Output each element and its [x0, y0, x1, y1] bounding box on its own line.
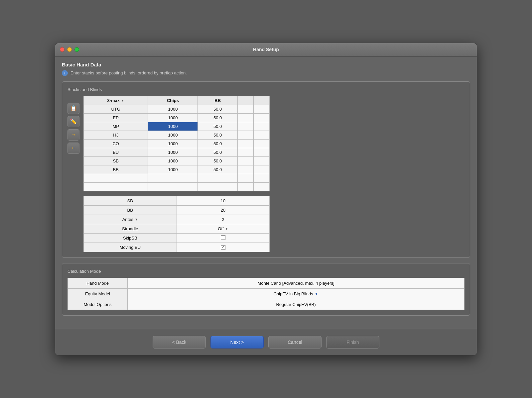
blinds-movingbu-value[interactable]: [177, 243, 270, 252]
col-header-chips: Chips: [148, 96, 198, 105]
section-title: Basic Hand Data: [62, 62, 470, 67]
blinds-skipsb-value[interactable]: [177, 233, 270, 243]
blinds-straddle-value[interactable]: Off ▼: [177, 224, 270, 233]
table-type-dropdown-arrow[interactable]: ▼: [121, 99, 124, 102]
finish-button[interactable]: Finish: [326, 336, 379, 348]
chips-sb[interactable]: 1000: [148, 156, 198, 165]
extra1-utg: [237, 105, 253, 113]
chips-co[interactable]: 1000: [148, 139, 198, 148]
edit-icon: ✏️: [70, 118, 77, 125]
empty-row2-chips: [148, 182, 198, 191]
chips-ep[interactable]: 1000: [148, 113, 198, 122]
extra1-co: [237, 139, 253, 148]
right-arrow-button[interactable]: →: [67, 129, 79, 141]
calc-equitymodel-value[interactable]: ChipEV in Big Blinds ▼: [128, 288, 465, 299]
chips-mp[interactable]: 1000: [148, 122, 198, 131]
blinds-row-straddle: Straddle Off ▼: [84, 224, 270, 233]
calc-handmode-label: Hand Mode: [68, 278, 128, 288]
position-co: CO: [84, 139, 148, 148]
extra1-hj: [237, 131, 253, 139]
extra2-utg: [253, 105, 269, 113]
extra2-ep: [253, 113, 269, 122]
movingbu-checkbox[interactable]: [221, 245, 225, 250]
bb-mp: 50.0: [198, 122, 238, 131]
calc-handmode-value: Monte Carlo [Advanced, max. 4 players]: [128, 278, 465, 288]
bb-sb: 50.0: [198, 156, 238, 165]
blinds-antes-label: Antes ▼: [84, 215, 177, 224]
back-button[interactable]: < Back: [153, 336, 206, 348]
antes-dropdown-arrow[interactable]: ▼: [135, 218, 138, 221]
stacks-section: Stacks and Blinds 📋 ✏️ → ←: [62, 81, 470, 258]
next-button[interactable]: Next >: [210, 336, 264, 348]
extra2-hj: [253, 131, 269, 139]
close-button[interactable]: [60, 47, 65, 52]
position-hj: HJ: [84, 131, 148, 139]
empty-row1-bb: [198, 174, 238, 182]
table-row: BB 1000 50.0: [84, 165, 270, 174]
extra2-co: [253, 139, 269, 148]
blinds-table: SB 10 BB 20 Antes: [83, 196, 270, 252]
blinds-sb-value[interactable]: 10: [177, 196, 270, 205]
right-arrow-icon: →: [70, 131, 76, 138]
table-row: UTG 1000 50.0: [84, 105, 270, 113]
info-text: Enter stacks before posting blinds, orde…: [70, 70, 187, 75]
info-row: i Enter stacks before posting blinds, or…: [62, 70, 470, 76]
calc-modeloptions-value: Regular ChipEV(BB): [128, 299, 465, 310]
bb-utg: 50.0: [198, 105, 238, 113]
equity-model-dropdown-arrow[interactable]: ▼: [315, 291, 319, 296]
blinds-antes-value[interactable]: 2: [177, 215, 270, 224]
blinds-row-sb: SB 10: [84, 196, 270, 205]
cancel-label: Cancel: [288, 340, 302, 345]
table-row: HJ 1000 50.0: [84, 131, 270, 139]
empty-row1-chips: [148, 174, 198, 182]
blinds-row-bb: BB 20: [84, 205, 270, 215]
cancel-button[interactable]: Cancel: [268, 336, 322, 348]
col-header-bb: BB: [198, 96, 238, 105]
calc-equitymodel-label: Equity Model: [68, 288, 128, 299]
extra2-sb: [253, 156, 269, 165]
blinds-bb-label: BB: [84, 205, 177, 215]
extra2-bb: [253, 165, 269, 174]
window-title: Hand Setup: [253, 47, 279, 52]
straddle-dropdown-arrow[interactable]: ▼: [225, 227, 228, 231]
chips-bu[interactable]: 1000: [148, 148, 198, 156]
content-area: Basic Hand Data i Enter stacks before po…: [55, 56, 477, 322]
col-header-extra1: [237, 96, 253, 105]
stacks-table: 8-max ▼ Chips BB: [83, 96, 270, 191]
blinds-bb-value[interactable]: 20: [177, 205, 270, 215]
maximize-button[interactable]: [74, 47, 79, 52]
empty-row2-e2: [253, 182, 269, 191]
col-header-position[interactable]: 8-max ▼: [84, 96, 148, 105]
copy-button[interactable]: 📋: [67, 103, 79, 114]
chips-bb[interactable]: 1000: [148, 165, 198, 174]
table-row: CO 1000 50.0: [84, 139, 270, 148]
toolbar-buttons: 📋 ✏️ → ←: [67, 103, 79, 154]
calc-modeloptions-label: Model Options: [68, 299, 128, 310]
bb-co: 50.0: [198, 139, 238, 148]
copy-icon: 📋: [70, 105, 77, 111]
position-ep: EP: [84, 113, 148, 122]
straddle-value-text: Off: [218, 226, 223, 231]
calc-row-equitymodel: Equity Model ChipEV in Big Blinds ▼: [68, 288, 465, 299]
skipsb-checkbox[interactable]: [221, 235, 225, 240]
bb-bu: 50.0: [198, 148, 238, 156]
empty-row2-e1: [237, 182, 253, 191]
chips-hj[interactable]: 1000: [148, 131, 198, 139]
blinds-straddle-label: Straddle: [84, 224, 177, 233]
equity-model-text: ChipEV in Big Blinds: [273, 291, 313, 296]
left-arrow-icon: ←: [70, 145, 76, 151]
window-controls: [60, 47, 79, 52]
position-bb: BB: [84, 165, 148, 174]
minimize-button[interactable]: [67, 47, 72, 52]
extra1-bu: [237, 148, 253, 156]
edit-button[interactable]: ✏️: [67, 116, 79, 127]
left-arrow-button[interactable]: ←: [67, 143, 79, 154]
calc-row-modeloptions: Model Options Regular ChipEV(BB): [68, 299, 465, 310]
next-label: Next >: [230, 340, 244, 345]
chips-utg[interactable]: 1000: [148, 105, 198, 113]
calc-section-label: Calculation Mode: [67, 269, 465, 274]
footer: < Back Next > Cancel Finish: [55, 329, 477, 355]
blinds-movingbu-label: Moving BU: [84, 243, 177, 252]
empty-row2-pos: [84, 182, 148, 191]
finish-label: Finish: [346, 340, 359, 345]
